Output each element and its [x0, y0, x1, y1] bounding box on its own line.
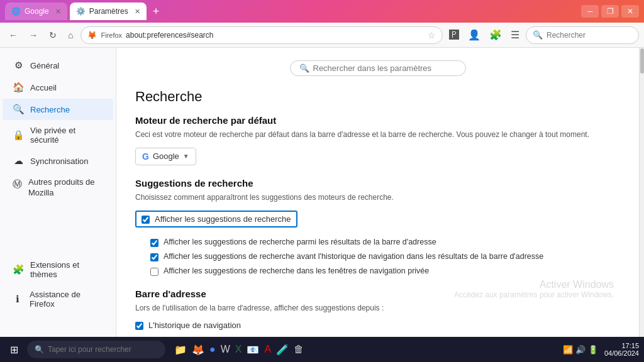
scrollbar-track[interactable] [639, 48, 644, 337]
sidebar-item-extensions[interactable]: 🧩 Extensions et thèmes [3, 255, 113, 284]
sidebar: ⚙ Général 🏠 Accueil 🔍 Recherche 🔒 Vie pr… [0, 48, 116, 337]
firefox-logo: 🦊 [87, 31, 97, 40]
bookmark-star-icon[interactable]: ☆ [428, 30, 436, 40]
content-search-area: 🔍 [135, 60, 620, 76]
default-engine-desc: Ceci est votre moteur de recherche par d… [135, 129, 620, 140]
taskbar: ⊞ 🔍 📁 🦊 ● W X 📧 A 🧪 🗑 📶 🔊 🔋 17:15 [0, 337, 644, 362]
sidebar-item-recherche[interactable]: 🔍 Recherche [3, 99, 113, 120]
content-pane: 🔍 Recherche Moteur de recherche par défa… [116, 48, 639, 337]
mozilla-icon: Ⓜ [13, 178, 22, 190]
reload-button[interactable]: ↻ [45, 28, 60, 43]
help-icon: ℹ [13, 293, 23, 305]
tab-google[interactable]: 🌐 Google ✕ [5, 3, 67, 20]
taskbar-icons: 📁 🦊 ● W X 📧 A 🧪 🗑 [174, 344, 304, 356]
tab-close-google[interactable]: ✕ [55, 8, 61, 16]
preferences-search-box[interactable]: 🔍 [290, 60, 466, 76]
sync-icon: ☁ [13, 155, 24, 167]
sidebar-item-general[interactable]: ⚙ Général [3, 55, 113, 76]
sidebar-item-assistance[interactable]: ℹ Assistance de Firefox [3, 285, 113, 314]
title-bar-controls: ─ ❐ ✕ [581, 5, 639, 18]
network-icon[interactable]: 📶 [563, 345, 573, 354]
taskbar-sys-icons: 📶 🔊 🔋 [563, 345, 598, 354]
section-title: Recherche [135, 89, 620, 105]
main-suggestion-checkbox[interactable] [142, 216, 150, 224]
sidebar-item-synchronisation[interactable]: ☁ Synchronisation [3, 150, 113, 172]
window-close-button[interactable]: ✕ [621, 5, 639, 18]
taskbar-right: 📶 🔊 🔋 17:15 04/06/2024 [563, 342, 639, 357]
history-checkbox[interactable] [135, 322, 143, 330]
nav-icons: 🅿 👤 🧩 ☰ [447, 28, 522, 42]
account-icon[interactable]: 👤 [465, 28, 483, 42]
extensions-icon[interactable]: 🧩 [487, 28, 504, 42]
taskbar-search-icon: 🔍 [35, 345, 44, 354]
suggestions-desc: Choisissez comment apparaîtront les sugg… [135, 192, 620, 203]
taskbar-search-input[interactable] [48, 345, 158, 354]
sub-checkboxes: Afficher les suggestions de recherche pa… [150, 238, 620, 276]
sub-checkbox-row-1[interactable]: Afficher les suggestions de recherche pa… [150, 238, 620, 247]
taskbar-firefox-icon[interactable]: 🦊 [192, 344, 204, 356]
forward-button[interactable]: → [25, 28, 42, 43]
main-suggestion-checkbox-row[interactable]: Afficher les suggestions de recherche [135, 211, 297, 228]
browser-window: 🌐 Google ✕ ⚙️ Paramètres ✕ + ─ ❐ ✕ ← → ↻… [0, 0, 644, 362]
taskbar-lab-icon[interactable]: 🧪 [276, 344, 289, 356]
nav-bar: ← → ↻ ⌂ 🦊 Firefox about:preferences#sear… [0, 23, 644, 48]
home-icon: 🏠 [13, 82, 24, 93]
lock-icon: 🔒 [13, 129, 24, 141]
address-bar-desc: Lors de l'utilisation de la barre d'adre… [135, 303, 620, 314]
taskbar-explorer-icon[interactable]: 📁 [174, 344, 187, 356]
address-bar[interactable]: 🦊 Firefox about:preferences#search ☆ [80, 26, 443, 44]
default-engine-section: Moteur de recherche par défaut Ceci est … [135, 115, 620, 178]
search-icon: 🔍 [533, 30, 543, 40]
gear-icon: ⚙ [13, 60, 24, 71]
tab-close-parametres[interactable]: ✕ [135, 8, 140, 16]
default-engine-button[interactable]: G Google ▼ [135, 148, 196, 165]
restore-button[interactable]: ❐ [601, 5, 619, 18]
sub-checkbox-3[interactable] [150, 268, 158, 276]
menu-icon[interactable]: ☰ [508, 28, 522, 42]
sub-checkbox-1[interactable] [150, 239, 158, 247]
search-icon: 🔍 [13, 104, 24, 115]
taskbar-email-icon[interactable]: 📧 [247, 344, 259, 356]
home-button[interactable]: ⌂ [64, 28, 77, 43]
google-g-icon: G [142, 151, 149, 162]
scrollbar-thumb[interactable] [640, 48, 644, 74]
pocket-icon[interactable]: 🅿 [447, 28, 462, 42]
taskbar-trash-icon[interactable]: 🗑 [294, 344, 304, 356]
address-bar-section: Barre d'adresse Lors de l'utilisation de… [135, 288, 620, 331]
history-checkbox-row[interactable]: L'historique de navigation [135, 321, 620, 330]
battery-icon[interactable]: 🔋 [588, 345, 598, 354]
volume-icon[interactable]: 🔊 [575, 345, 586, 354]
chevron-down-icon: ▼ [183, 153, 189, 160]
taskbar-excel-icon[interactable]: X [235, 344, 242, 356]
taskbar-datetime: 17:15 04/06/2024 [604, 342, 639, 357]
sidebar-item-vie-privee[interactable]: 🔒 Vie privée et sécurité [3, 121, 113, 150]
extensions-icon: 🧩 [13, 264, 24, 275]
taskbar-word-icon[interactable]: W [221, 344, 230, 356]
sidebar-item-accueil[interactable]: 🏠 Accueil [3, 77, 113, 98]
back-button[interactable]: ← [5, 28, 21, 43]
nav-search-bar[interactable]: 🔍 [526, 26, 639, 44]
default-engine-title: Moteur de recherche par défaut [135, 115, 620, 126]
minimize-button[interactable]: ─ [581, 5, 599, 18]
main-content: ⚙ Général 🏠 Accueil 🔍 Recherche 🔒 Vie pr… [0, 48, 644, 337]
taskbar-chrome-icon[interactable]: ● [209, 344, 216, 356]
taskbar-search[interactable]: 🔍 [27, 341, 165, 358]
suggestions-title: Suggestions de recherche [135, 178, 620, 189]
title-bar: 🌐 Google ✕ ⚙️ Paramètres ✕ + ─ ❐ ✕ [0, 0, 644, 23]
new-tab-button[interactable]: + [149, 5, 164, 18]
sub-checkbox-2[interactable] [150, 253, 158, 261]
sidebar-item-autres-produits[interactable]: Ⓜ Autres produits de Mozilla [3, 172, 113, 204]
tab-parametres[interactable]: ⚙️ Paramètres ✕ [70, 3, 147, 20]
search-icon: 🔍 [299, 63, 309, 73]
address-bar-title: Barre d'adresse [135, 288, 620, 299]
sub-checkbox-row-3[interactable]: Afficher les suggestions de recherche da… [150, 266, 620, 276]
preferences-search-input[interactable] [313, 63, 457, 73]
start-button[interactable]: ⊞ [5, 341, 23, 358]
suggestions-section: Suggestions de recherche Choisissez comm… [135, 178, 620, 276]
sub-checkbox-row-2[interactable]: Afficher les suggestions de recherche av… [150, 252, 620, 261]
taskbar-acrobat-icon[interactable]: A [264, 344, 271, 356]
nav-search-input[interactable] [547, 31, 632, 40]
